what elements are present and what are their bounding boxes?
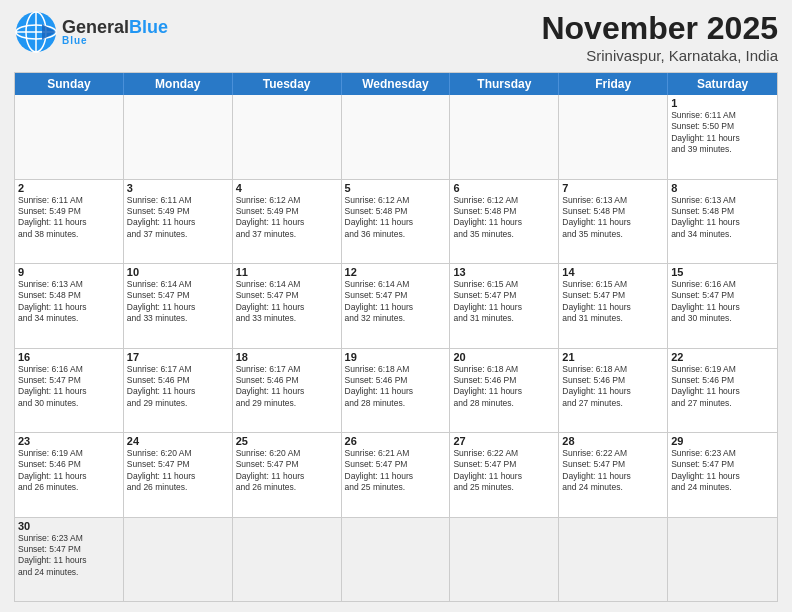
calendar-cell-1-0: 2Sunrise: 6:11 AM Sunset: 5:49 PM Daylig… [15, 180, 124, 264]
calendar-cell-0-4 [450, 95, 559, 179]
day-info-27: Sunrise: 6:22 AM Sunset: 5:47 PM Dayligh… [453, 448, 555, 494]
day-info-18: Sunrise: 6:17 AM Sunset: 5:46 PM Dayligh… [236, 364, 338, 410]
calendar-cell-2-3: 12Sunrise: 6:14 AM Sunset: 5:47 PM Dayli… [342, 264, 451, 348]
calendar-cell-2-6: 15Sunrise: 6:16 AM Sunset: 5:47 PM Dayli… [668, 264, 777, 348]
month-year-title: November 2025 [541, 10, 778, 47]
day-info-17: Sunrise: 6:17 AM Sunset: 5:46 PM Dayligh… [127, 364, 229, 410]
day-info-29: Sunrise: 6:23 AM Sunset: 5:47 PM Dayligh… [671, 448, 774, 494]
day-info-20: Sunrise: 6:18 AM Sunset: 5:46 PM Dayligh… [453, 364, 555, 410]
day-info-19: Sunrise: 6:18 AM Sunset: 5:46 PM Dayligh… [345, 364, 447, 410]
calendar: Sunday Monday Tuesday Wednesday Thursday… [14, 72, 778, 602]
day-number-19: 19 [345, 351, 447, 363]
calendar-week-5: 30Sunrise: 6:23 AM Sunset: 5:47 PM Dayli… [15, 517, 777, 602]
calendar-cell-0-0 [15, 95, 124, 179]
calendar-cell-3-3: 19Sunrise: 6:18 AM Sunset: 5:46 PM Dayli… [342, 349, 451, 433]
location-subtitle: Srinivaspur, Karnataka, India [541, 47, 778, 64]
calendar-cell-2-4: 13Sunrise: 6:15 AM Sunset: 5:47 PM Dayli… [450, 264, 559, 348]
calendar-cell-2-2: 11Sunrise: 6:14 AM Sunset: 5:47 PM Dayli… [233, 264, 342, 348]
logo-svg [14, 10, 58, 54]
day-info-26: Sunrise: 6:21 AM Sunset: 5:47 PM Dayligh… [345, 448, 447, 494]
calendar-cell-5-6 [668, 518, 777, 602]
header-wednesday: Wednesday [342, 73, 451, 95]
day-info-2: Sunrise: 6:11 AM Sunset: 5:49 PM Dayligh… [18, 195, 120, 241]
day-number-6: 6 [453, 182, 555, 194]
calendar-cell-4-6: 29Sunrise: 6:23 AM Sunset: 5:47 PM Dayli… [668, 433, 777, 517]
logo-icon [14, 10, 58, 54]
header-monday: Monday [124, 73, 233, 95]
day-number-21: 21 [562, 351, 664, 363]
day-info-25: Sunrise: 6:20 AM Sunset: 5:47 PM Dayligh… [236, 448, 338, 494]
calendar-cell-3-6: 22Sunrise: 6:19 AM Sunset: 5:46 PM Dayli… [668, 349, 777, 433]
day-number-2: 2 [18, 182, 120, 194]
day-info-30: Sunrise: 6:23 AM Sunset: 5:47 PM Dayligh… [18, 533, 120, 579]
day-info-16: Sunrise: 6:16 AM Sunset: 5:47 PM Dayligh… [18, 364, 120, 410]
calendar-cell-4-1: 24Sunrise: 6:20 AM Sunset: 5:47 PM Dayli… [124, 433, 233, 517]
logo-blue: Blue [129, 17, 168, 37]
calendar-cell-2-1: 10Sunrise: 6:14 AM Sunset: 5:47 PM Dayli… [124, 264, 233, 348]
day-info-10: Sunrise: 6:14 AM Sunset: 5:47 PM Dayligh… [127, 279, 229, 325]
calendar-cell-5-2 [233, 518, 342, 602]
calendar-cell-5-0: 30Sunrise: 6:23 AM Sunset: 5:47 PM Dayli… [15, 518, 124, 602]
calendar-week-2: 9Sunrise: 6:13 AM Sunset: 5:48 PM Daylig… [15, 263, 777, 348]
day-number-11: 11 [236, 266, 338, 278]
day-number-29: 29 [671, 435, 774, 447]
calendar-cell-3-0: 16Sunrise: 6:16 AM Sunset: 5:47 PM Dayli… [15, 349, 124, 433]
day-info-24: Sunrise: 6:20 AM Sunset: 5:47 PM Dayligh… [127, 448, 229, 494]
logo-name-bottom: Blue [62, 36, 168, 46]
day-number-25: 25 [236, 435, 338, 447]
day-info-23: Sunrise: 6:19 AM Sunset: 5:46 PM Dayligh… [18, 448, 120, 494]
calendar-cell-4-0: 23Sunrise: 6:19 AM Sunset: 5:46 PM Dayli… [15, 433, 124, 517]
day-number-30: 30 [18, 520, 120, 532]
calendar-cell-1-4: 6Sunrise: 6:12 AM Sunset: 5:48 PM Daylig… [450, 180, 559, 264]
calendar-cell-5-1 [124, 518, 233, 602]
calendar-cell-5-3 [342, 518, 451, 602]
calendar-cell-0-2 [233, 95, 342, 179]
day-number-4: 4 [236, 182, 338, 194]
calendar-cell-0-1 [124, 95, 233, 179]
day-info-11: Sunrise: 6:14 AM Sunset: 5:47 PM Dayligh… [236, 279, 338, 325]
day-info-21: Sunrise: 6:18 AM Sunset: 5:46 PM Dayligh… [562, 364, 664, 410]
day-number-1: 1 [671, 97, 774, 109]
day-info-6: Sunrise: 6:12 AM Sunset: 5:48 PM Dayligh… [453, 195, 555, 241]
day-info-8: Sunrise: 6:13 AM Sunset: 5:48 PM Dayligh… [671, 195, 774, 241]
calendar-cell-5-4 [450, 518, 559, 602]
day-number-14: 14 [562, 266, 664, 278]
page: GeneralBlue Blue November 2025 Srinivasp… [0, 0, 792, 612]
day-info-14: Sunrise: 6:15 AM Sunset: 5:47 PM Dayligh… [562, 279, 664, 325]
title-block: November 2025 Srinivaspur, Karnataka, In… [541, 10, 778, 64]
day-info-22: Sunrise: 6:19 AM Sunset: 5:46 PM Dayligh… [671, 364, 774, 410]
day-info-5: Sunrise: 6:12 AM Sunset: 5:48 PM Dayligh… [345, 195, 447, 241]
day-info-4: Sunrise: 6:12 AM Sunset: 5:49 PM Dayligh… [236, 195, 338, 241]
day-number-26: 26 [345, 435, 447, 447]
calendar-cell-5-5 [559, 518, 668, 602]
calendar-cell-4-2: 25Sunrise: 6:20 AM Sunset: 5:47 PM Dayli… [233, 433, 342, 517]
calendar-cell-4-3: 26Sunrise: 6:21 AM Sunset: 5:47 PM Dayli… [342, 433, 451, 517]
calendar-week-3: 16Sunrise: 6:16 AM Sunset: 5:47 PM Dayli… [15, 348, 777, 433]
day-number-7: 7 [562, 182, 664, 194]
day-info-15: Sunrise: 6:16 AM Sunset: 5:47 PM Dayligh… [671, 279, 774, 325]
calendar-header: Sunday Monday Tuesday Wednesday Thursday… [15, 73, 777, 95]
day-number-17: 17 [127, 351, 229, 363]
header-tuesday: Tuesday [233, 73, 342, 95]
day-info-1: Sunrise: 6:11 AM Sunset: 5:50 PM Dayligh… [671, 110, 774, 156]
day-number-5: 5 [345, 182, 447, 194]
day-number-9: 9 [18, 266, 120, 278]
logo-name: GeneralBlue Blue [62, 18, 168, 46]
calendar-cell-1-6: 8Sunrise: 6:13 AM Sunset: 5:48 PM Daylig… [668, 180, 777, 264]
calendar-cell-2-5: 14Sunrise: 6:15 AM Sunset: 5:47 PM Dayli… [559, 264, 668, 348]
day-number-8: 8 [671, 182, 774, 194]
header-friday: Friday [559, 73, 668, 95]
header: GeneralBlue Blue November 2025 Srinivasp… [14, 10, 778, 64]
calendar-cell-4-4: 27Sunrise: 6:22 AM Sunset: 5:47 PM Dayli… [450, 433, 559, 517]
calendar-cell-0-6: 1Sunrise: 6:11 AM Sunset: 5:50 PM Daylig… [668, 95, 777, 179]
day-info-12: Sunrise: 6:14 AM Sunset: 5:47 PM Dayligh… [345, 279, 447, 325]
day-number-28: 28 [562, 435, 664, 447]
day-number-12: 12 [345, 266, 447, 278]
header-thursday: Thursday [450, 73, 559, 95]
day-number-15: 15 [671, 266, 774, 278]
calendar-cell-3-1: 17Sunrise: 6:17 AM Sunset: 5:46 PM Dayli… [124, 349, 233, 433]
calendar-cell-0-3 [342, 95, 451, 179]
calendar-cell-1-2: 4Sunrise: 6:12 AM Sunset: 5:49 PM Daylig… [233, 180, 342, 264]
logo-name-top: GeneralBlue [62, 18, 168, 36]
header-saturday: Saturday [668, 73, 777, 95]
